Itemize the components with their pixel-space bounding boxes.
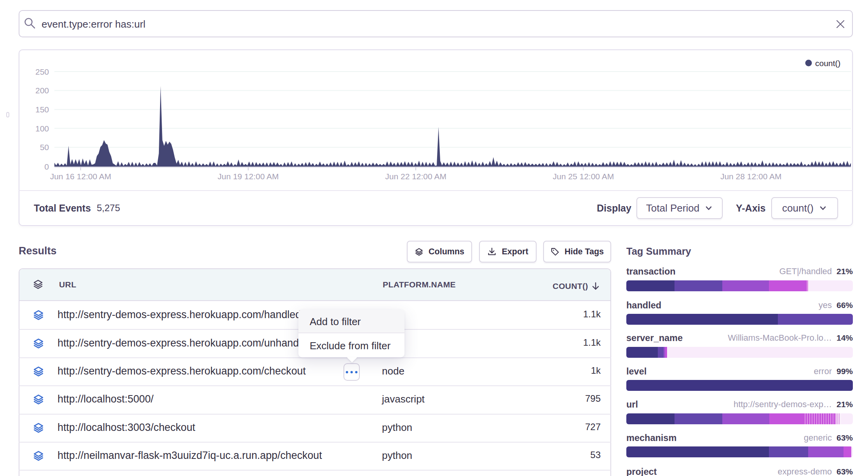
svg-text:Jun 19 12:00 AM: Jun 19 12:00 AM <box>218 172 279 181</box>
svg-text:count(): count() <box>815 59 840 68</box>
svg-text:Jun 28 12:00 AM: Jun 28 12:00 AM <box>720 172 782 181</box>
svg-text:100: 100 <box>35 124 49 133</box>
svg-text:Jun 22 12:00 AM: Jun 22 12:00 AM <box>385 172 446 181</box>
svg-text:50: 50 <box>40 143 49 152</box>
svg-text:150: 150 <box>35 105 49 114</box>
svg-text:Jun 25 12:00 AM: Jun 25 12:00 AM <box>553 172 614 181</box>
svg-text:250: 250 <box>35 67 49 76</box>
svg-text:0: 0 <box>44 162 49 171</box>
svg-text:Jun 16 12:00 AM: Jun 16 12:00 AM <box>50 172 112 181</box>
svg-text:200: 200 <box>35 86 49 95</box>
